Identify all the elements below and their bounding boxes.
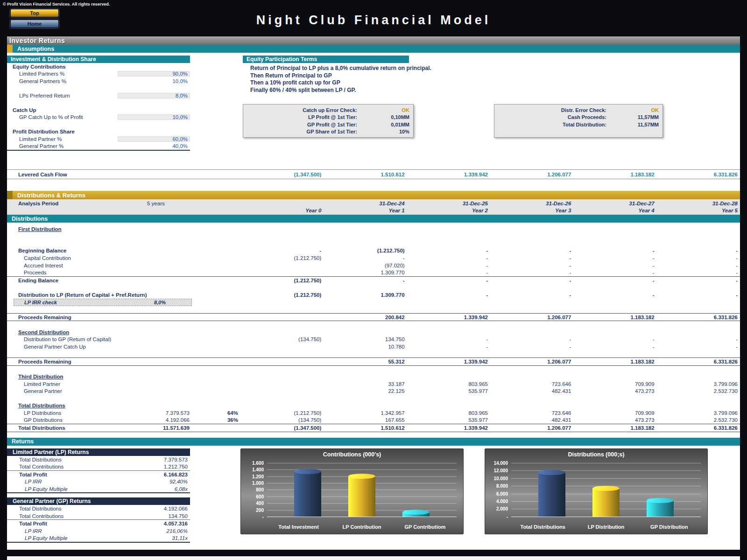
sheet-content: Investor Returns Assumptions Investment … xyxy=(7,36,740,550)
spacer-row xyxy=(7,85,190,92)
table-cell: - xyxy=(407,292,490,298)
returns-row: LP Equity Multiple31,11x xyxy=(7,534,190,542)
period-date: 31-Dec-27 xyxy=(573,201,656,206)
chart-bar-top xyxy=(348,474,375,479)
returns-area: Limited Partner (LP) Returns Total Distr… xyxy=(7,448,740,547)
check-label: Total Distribution: xyxy=(498,122,612,127)
levered-cash-flow-row: Levered Cash Flow (1.347.500)1.510.6121.… xyxy=(7,169,740,179)
table-row: Proceeds1.309.770---- xyxy=(7,269,740,276)
table-row: Total Distributions11.571.639(1.347.500)… xyxy=(7,424,740,432)
assumption-input-cell[interactable]: 90,0% xyxy=(118,71,190,77)
nav-buttons: Top Home xyxy=(10,9,59,30)
table-cell: - xyxy=(324,278,407,283)
chart-title: Distributions (000;s) xyxy=(485,449,707,458)
chart-title: Contributions (000's) xyxy=(241,449,463,458)
row-label: Capital Contribution xyxy=(7,255,145,261)
table-row: Proceeds Remaining55.3121.339.9421.206.0… xyxy=(7,357,740,366)
distribution-table: First DistributionBeginning Balance-(1.2… xyxy=(7,223,740,432)
x-axis-label: LP Distribution xyxy=(574,524,637,530)
table-cell: - xyxy=(490,292,573,298)
assumption-input-cell[interactable]: 60,0% xyxy=(118,136,190,142)
check-status: OK xyxy=(612,107,659,113)
assumption-rows: Equity ContributionsLimited Partners %90… xyxy=(7,63,190,150)
chart-bar-top xyxy=(538,470,565,475)
levered-cash-flow-value: 1.339.942 xyxy=(407,172,490,177)
assumption-row: Limited Partner %60,0% xyxy=(7,135,190,143)
home-button[interactable]: Home xyxy=(10,20,59,28)
returns-table-header: Limited Partner (LP) Returns xyxy=(7,448,190,456)
check-label: Cash Proceeds: xyxy=(498,114,612,120)
spacer-row xyxy=(7,306,740,313)
table-cell: 723.646 xyxy=(490,410,573,416)
dark-gold-accent xyxy=(7,191,13,199)
equity-term-line: Return of Principal to LP plus a 8,0% cu… xyxy=(250,65,740,72)
spacer-row xyxy=(7,366,740,373)
table-cell: 2.532.730 xyxy=(657,417,740,423)
returns-value: 31,11x xyxy=(118,535,190,541)
table-cell: - xyxy=(407,270,490,275)
table-cell: (134.750) xyxy=(240,417,324,423)
equity-term-line: Finally 60% / 40% split between LP / GP. xyxy=(250,87,740,94)
check-label: LP Profit @ 1st Tier: xyxy=(247,114,363,120)
assumption-label: LPs Preferred Return xyxy=(7,93,118,98)
assumption-label: Limited Partner % xyxy=(7,136,118,142)
analysis-period-block: Analysis Period5 years31-Dec-2431-Dec-25… xyxy=(7,199,740,215)
equity-terms-header: Equity Participation Terms xyxy=(243,56,409,63)
table-cell: - xyxy=(407,344,490,350)
row-label: Proceeds Remaining xyxy=(7,315,145,320)
table-subheader-label: Third Distribution xyxy=(7,374,145,379)
top-button[interactable]: Top xyxy=(10,9,59,17)
table-cell: - xyxy=(490,255,573,261)
table-cell: - xyxy=(657,292,740,298)
distributions-section-bar: Distributions xyxy=(7,215,740,223)
table-cell: - xyxy=(407,336,490,342)
table-cell: - xyxy=(407,255,490,261)
check-row: GP Profit @ 1st Tier:0,01MM xyxy=(247,121,409,128)
assumption-input-cell[interactable]: 8,0% xyxy=(118,93,190,98)
returns-section-bar: Returns xyxy=(7,438,740,446)
row-label: General Partner xyxy=(7,388,145,394)
lp-irr-check-row: LP IRR check8,0% xyxy=(7,299,740,306)
table-cell: (1.212.750) xyxy=(324,248,407,253)
equity-term-line: Then Return of Principal to GP xyxy=(250,72,740,80)
table-cell: (1.212.750) xyxy=(240,278,324,283)
table-cell: - xyxy=(657,263,740,268)
period-year-label: Year 1 xyxy=(324,208,407,213)
check-value: 10% xyxy=(363,129,409,134)
assumption-row: LPs Preferred Return8,0% xyxy=(7,92,190,99)
table-row: Accrued Interest(97.020)---- xyxy=(7,262,740,269)
chart-plot: -2.0004.0006.0008.00010.00012.00014.000 xyxy=(511,463,701,517)
check-row: Cash Proceeds:11,57MM xyxy=(498,114,659,121)
chart-bars xyxy=(267,463,457,517)
chart-xlabels: Total DistributionsLP DistributionGP Dis… xyxy=(511,524,701,530)
table-subheader-label: Total Distributions xyxy=(7,403,145,408)
chart-bar xyxy=(402,512,430,517)
table-cell: 200.842 xyxy=(324,315,407,320)
check-value: 11,57MM xyxy=(612,122,659,127)
analysis-period-value: 5 years xyxy=(145,201,192,206)
y-tick-label: 600 xyxy=(256,494,264,499)
table-cell: 22.125 xyxy=(324,388,407,394)
table-cell: 1.342.957 xyxy=(324,410,407,416)
check-row: Total Distribution:11,57MM xyxy=(498,121,659,128)
table-cell: - xyxy=(657,270,740,275)
y-tick-label: 10.000 xyxy=(493,476,508,481)
table-cell: - xyxy=(657,248,740,253)
assumption-input-cell[interactable]: 10,0% xyxy=(118,114,190,120)
check-value: 0,01MM xyxy=(363,122,409,127)
y-tick-label: 12.000 xyxy=(493,468,508,473)
chart-bar xyxy=(647,500,674,516)
table-cell: 55.312 xyxy=(324,359,407,364)
table-cell: (134.750) xyxy=(240,336,324,342)
analysis-row-1: Analysis Period5 years31-Dec-2431-Dec-25… xyxy=(7,200,740,207)
y-tick-label: 8.000 xyxy=(496,483,508,489)
table-cell: 1.183.182 xyxy=(573,425,656,431)
table-cell: (1.212.750) xyxy=(240,292,324,298)
check-status: OK xyxy=(363,107,409,113)
returns-row: LP IRR216,06% xyxy=(7,527,190,535)
levered-cash-flow-value: 6.331.826 xyxy=(657,172,740,177)
table-cell: 134.750 xyxy=(324,336,407,342)
x-axis-label: GP Distribution xyxy=(638,524,701,530)
chart-bar xyxy=(294,471,321,517)
assumptions-section-bar: Assumptions xyxy=(7,45,740,53)
